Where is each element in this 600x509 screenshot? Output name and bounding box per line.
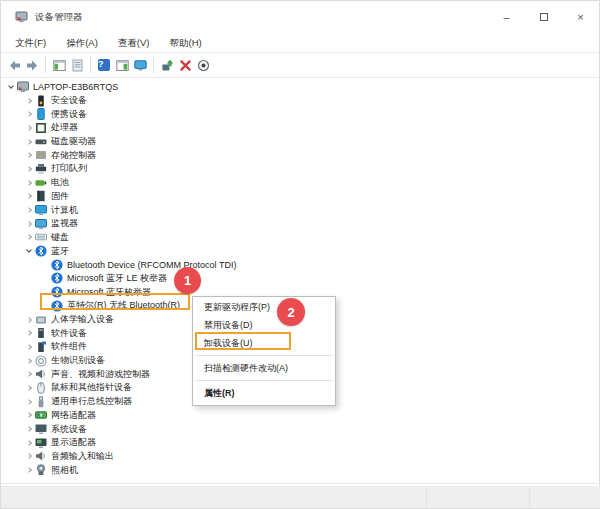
expand-chevron-icon[interactable] (23, 250, 35, 252)
menu-help[interactable]: 帮助(H) (159, 33, 211, 53)
step-badge-1: 1 (174, 267, 201, 294)
battery-icon (35, 177, 47, 189)
expand-chevron-icon[interactable] (23, 318, 35, 322)
close-button[interactable]: × (562, 1, 599, 33)
expand-chevron-icon[interactable] (23, 181, 35, 185)
tree-item[interactable]: Bluetooth Device (RFCOMM Protocol TDI) (1, 258, 598, 272)
tree-item[interactable]: 监视器 (1, 217, 598, 231)
network-icon (35, 409, 47, 421)
tree-item[interactable]: 照相机 (1, 463, 598, 477)
menu-file[interactable]: 文件(F) (5, 33, 56, 53)
expand-chevron-icon[interactable] (23, 222, 35, 226)
action-pane-icon (116, 59, 129, 72)
context-menu: 更新驱动程序(P)禁用设备(D)卸载设备(U)扫描检测硬件改动(A)属性(R) (192, 296, 336, 406)
context-menu-item[interactable]: 卸载设备(U) (193, 334, 335, 352)
expand-chevron-icon[interactable] (23, 194, 35, 198)
tree-item[interactable]: 打印队列 (1, 162, 598, 176)
tree-item-label: 安全设备 (51, 94, 87, 107)
back-button[interactable] (5, 55, 23, 75)
expand-chevron-icon[interactable] (23, 386, 35, 390)
tree-item[interactable]: LAPTOP-E3B6RTQS (1, 80, 598, 94)
tree-item[interactable]: 处理器 (1, 121, 598, 135)
tree-item-label: 蓝牙 (51, 245, 69, 258)
properties-button[interactable] (68, 55, 86, 75)
expand-chevron-icon[interactable] (23, 413, 35, 417)
tree-item-label: 英特尔(R) 无线 Bluetooth(R) (67, 299, 180, 312)
security-icon (35, 95, 47, 107)
expand-chevron-icon[interactable] (23, 345, 35, 349)
maximize-button[interactable] (525, 1, 562, 33)
context-menu-item[interactable]: 更新驱动程序(P) (193, 298, 335, 316)
chevron-glyph (26, 235, 32, 241)
properties-icon (71, 59, 84, 72)
device-manager-icon (15, 11, 28, 24)
tree-item-label: 声音、视频和游戏控制器 (51, 368, 150, 381)
tree-item[interactable]: 系统设备 (1, 422, 598, 436)
toolbar-separator (90, 57, 91, 73)
usb-icon (35, 396, 47, 408)
expand-chevron-icon[interactable] (23, 153, 35, 157)
tree-item[interactable]: 固件 (1, 190, 598, 204)
hid-icon (35, 314, 47, 326)
expand-chevron-icon[interactable] (23, 372, 35, 376)
computer-root-icon (17, 81, 29, 93)
chevron-glyph (26, 385, 32, 391)
chevron-glyph (26, 454, 32, 460)
tree-item[interactable]: Microsoft 蓝牙 LE 枚举器 (1, 272, 598, 286)
computer-button[interactable] (131, 55, 149, 75)
tree-item[interactable]: 安全设备 (1, 94, 598, 108)
chevron-glyph (26, 413, 32, 419)
expand-chevron-icon[interactable] (23, 99, 35, 103)
tree-item[interactable]: 蓝牙 (1, 244, 598, 258)
action-pane-button[interactable] (113, 55, 131, 75)
update-driver-button[interactable] (158, 55, 176, 75)
tree-item-label: 键盘 (51, 231, 69, 244)
menu-action[interactable]: 操作(A) (56, 33, 108, 53)
tree-item[interactable]: 音频输入和输出 (1, 450, 598, 464)
uninstall-device-button[interactable] (176, 55, 194, 75)
minimize-button[interactable]: – (488, 1, 525, 33)
expand-chevron-icon[interactable] (23, 208, 35, 212)
menu-view[interactable]: 查看(V) (108, 33, 160, 53)
expand-chevron-icon[interactable] (5, 86, 17, 88)
context-menu-item[interactable]: 属性(R) (193, 384, 335, 402)
tree-item-label: 显示适配器 (51, 436, 96, 449)
console-tree-button[interactable] (50, 55, 68, 75)
expand-chevron-icon[interactable] (23, 167, 35, 171)
expand-chevron-icon[interactable] (23, 140, 35, 144)
bluetooth-icon (51, 300, 63, 312)
tree-item[interactable]: 计算机 (1, 203, 598, 217)
chevron-glyph (26, 139, 32, 145)
tree-item[interactable]: 存储控制器 (1, 148, 598, 162)
title-bar: 设备管理器 – × (1, 1, 599, 33)
expand-chevron-icon[interactable] (23, 331, 35, 335)
expand-chevron-icon[interactable] (23, 454, 35, 458)
tree-item[interactable]: 网络适配器 (1, 409, 598, 423)
expand-chevron-icon[interactable] (23, 427, 35, 431)
context-menu-item[interactable]: 扫描检测硬件改动(A) (193, 359, 335, 377)
tree-item[interactable]: 便携设备 (1, 107, 598, 121)
expand-chevron-icon[interactable] (23, 441, 35, 445)
chevron-glyph (26, 358, 32, 364)
forward-button[interactable] (23, 55, 41, 75)
context-menu-item[interactable]: 禁用设备(D) (193, 316, 335, 334)
scan-hardware-icon (197, 59, 210, 72)
tree-item-label: 计算机 (51, 204, 78, 217)
expand-chevron-icon[interactable] (23, 359, 35, 363)
scan-hardware-button[interactable] (194, 55, 212, 75)
expand-chevron-icon[interactable] (23, 235, 35, 239)
tree-item[interactable]: 显示适配器 (1, 436, 598, 450)
tree-item-label: 处理器 (51, 121, 78, 134)
tree-item[interactable]: 磁盘驱动器 (1, 135, 598, 149)
expand-chevron-icon[interactable] (23, 112, 35, 116)
tree-item-label: LAPTOP-E3B6RTQS (33, 82, 118, 92)
expand-chevron-icon[interactable] (23, 400, 35, 404)
bluetooth-icon (51, 286, 63, 298)
expand-chevron-icon[interactable] (23, 468, 35, 472)
tree-item[interactable]: 键盘 (1, 231, 598, 245)
chevron-glyph (26, 317, 32, 323)
tree-item[interactable]: 电池 (1, 176, 598, 190)
expand-chevron-icon[interactable] (23, 126, 35, 130)
help-button[interactable]: ? (95, 55, 113, 75)
step-badge-2: 2 (277, 298, 305, 326)
